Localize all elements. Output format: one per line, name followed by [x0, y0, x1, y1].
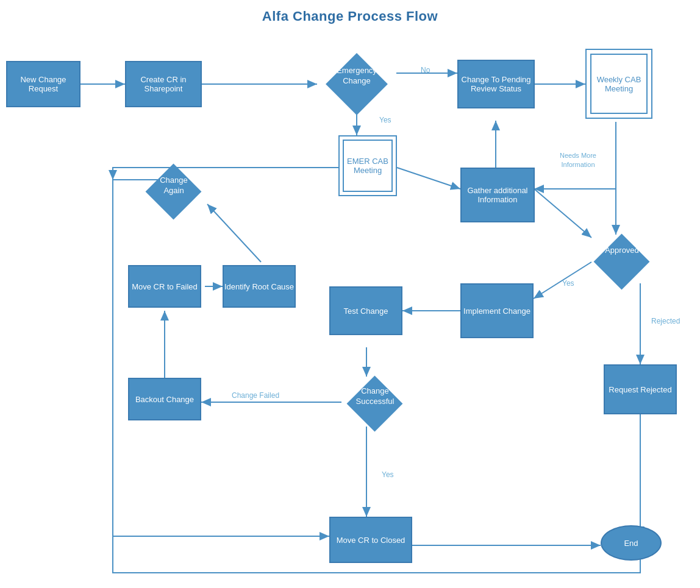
implement-change-node: Implement Change — [460, 283, 534, 338]
change-successful-node: Change Successful — [338, 377, 412, 431]
svg-line-8 — [534, 189, 591, 238]
new-change-request-node: New Change Request — [6, 61, 80, 107]
weekly-cab-node: Weekly CAB Meeting — [585, 49, 652, 119]
gather-info-node: Gather additional Information — [460, 168, 535, 222]
create-cr-node: Create CR in Sharepoint — [125, 61, 202, 107]
svg-line-16 — [207, 204, 261, 262]
label-change-failed: Change Failed — [232, 391, 279, 400]
change-to-pending-node: Change To Pending Review Status — [457, 60, 535, 108]
label-needs-more: Needs More Information — [554, 151, 602, 170]
diagram-title: Alfa Change Process Flow — [0, 0, 700, 24]
identify-root-cause-node: Identify Root Cause — [223, 265, 296, 308]
label-yes-approved: Yes — [562, 279, 574, 288]
test-change-node: Test Change — [329, 286, 402, 335]
emergency-change-node: Emergency Change — [317, 54, 396, 115]
label-yes-successful: Yes — [382, 470, 394, 479]
request-rejected-node: Request Rejected — [604, 364, 677, 414]
svg-line-6 — [397, 168, 460, 189]
label-no: No — [421, 66, 430, 74]
approved-node: Approved — [585, 235, 659, 289]
change-again-node: Change Again — [140, 165, 207, 219]
move-cr-failed-node: Move CR to Failed — [128, 265, 201, 308]
end-node: End — [601, 525, 662, 561]
label-rejected: Rejected — [651, 317, 680, 325]
label-yes-emergency: Yes — [379, 116, 391, 124]
emer-cab-node: EMER CAB Meeting — [338, 135, 397, 196]
move-cr-closed-node: Move CR to Closed — [329, 517, 412, 563]
backout-change-node: Backout Change — [128, 378, 201, 420]
diagram-container: Alfa Change Process Flow — [0, 0, 700, 588]
